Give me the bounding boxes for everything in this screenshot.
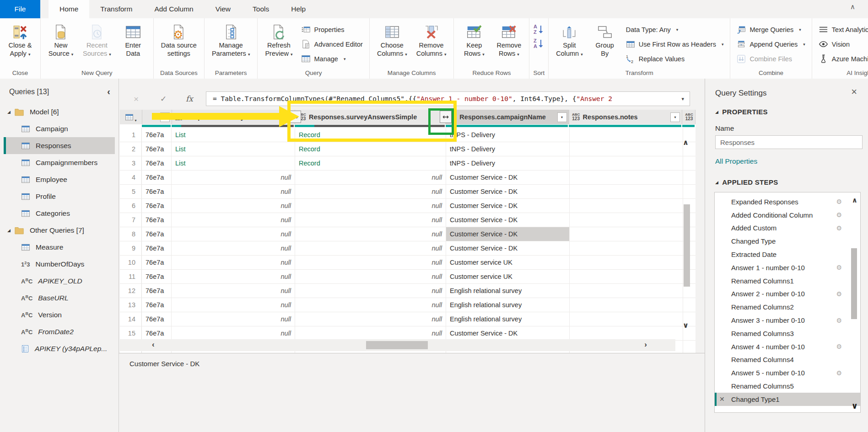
row-number[interactable]: 4	[120, 171, 142, 184]
cell-notes-row-14[interactable]	[570, 312, 683, 326]
steps-scroll-down-icon[interactable]: ∨	[851, 401, 858, 411]
applied-step-expanded-responses[interactable]: Expanded Responses⚙	[715, 195, 860, 208]
cell-notes-row-3[interactable]	[570, 156, 683, 170]
column-filter-icon[interactable]: ▾	[670, 112, 680, 122]
cell-answers-row-13[interactable]: null	[172, 298, 295, 312]
vertical-scroll-thumb[interactable]	[684, 204, 690, 287]
ribbon-button-recent-sources[interactable]: RecentSources▾	[79, 20, 115, 59]
query-item-profile[interactable]: Profile	[4, 188, 115, 205]
step-settings-gear-icon[interactable]: ⚙	[836, 343, 842, 350]
applied-step-renamed-columns2[interactable]: Renamed Columns2	[715, 300, 860, 314]
row-number[interactable]: 2	[120, 142, 142, 156]
delete-step-icon[interactable]: ✕	[719, 395, 725, 403]
cell-answers-row-6[interactable]: null	[172, 199, 295, 213]
ribbon-button-keep-rows[interactable]: KeepRows▾	[458, 20, 491, 59]
cell-campaign-row-11[interactable]: Customer service UK	[446, 270, 570, 283]
cell-simple-row-3[interactable]: Record	[295, 156, 446, 170]
tab-view[interactable]: View	[205, 0, 242, 18]
column-resize-icon[interactable]	[440, 111, 452, 123]
cell-guid-row-14[interactable]: 76e7a	[142, 312, 172, 326]
applied-step-added-conditional-column[interactable]: Added Conditional Column⚙	[715, 208, 860, 222]
cell-guid-row-7[interactable]: 76e7a	[142, 213, 172, 227]
ribbon-button-data-type-any[interactable]: Data Type: Any▾	[623, 23, 727, 36]
query-item-categories[interactable]: Categories	[4, 205, 115, 222]
collapse-queries-pane-icon[interactable]: ‹	[107, 88, 110, 96]
scroll-right-icon[interactable]: ›	[644, 340, 647, 349]
query-item-other-queries-7[interactable]: ◢Other Queries [7]	[4, 222, 115, 239]
applied-step-answer-4-number-0-10[interactable]: Answer 4 - number 0-10⚙	[715, 340, 860, 353]
cell-notes-row-10[interactable]	[570, 256, 683, 269]
ribbon-button-replace-values[interactable]: 12Replace Values	[623, 52, 727, 65]
query-item-numberofdays[interactable]: 123NumberOfDays	[4, 256, 115, 272]
scroll-left-icon[interactable]: ‹	[152, 340, 155, 349]
cell-campaign-row-10[interactable]: Customer service UK	[446, 256, 570, 269]
ribbon-button-choose-columns[interactable]: ChooseColumns▾	[373, 20, 411, 59]
column-header-clipped[interactable]: ▾	[142, 110, 172, 124]
data-type-any-icon[interactable]: ABC123	[571, 113, 581, 121]
applied-step-changed-type1[interactable]: ✕Changed Type1	[715, 393, 860, 406]
cell-guid-row-12[interactable]: 76e7a	[142, 284, 172, 298]
cell-guid-row-15[interactable]: 76e7a	[142, 326, 172, 340]
cell-campaign-row-8[interactable]: Customer Service - DK	[446, 227, 570, 241]
formula-bar-input[interactable]: = Table.TransformColumnTypes(#"Renamed C…	[206, 91, 690, 106]
step-settings-gear-icon[interactable]: ⚙	[836, 224, 842, 232]
cell-simple-row-9[interactable]: null	[295, 241, 446, 255]
applied-step-answer-1-number-0-10[interactable]: Answer 1 - number 0-10⚙	[715, 261, 860, 274]
cell-answers-row-4[interactable]: null	[172, 171, 295, 184]
row-number[interactable]: 11	[120, 270, 142, 283]
cell-guid-row-4[interactable]: 76e7a	[142, 171, 172, 184]
cell-guid-row-13[interactable]: 76e7a	[142, 298, 172, 312]
cell-guid-row-5[interactable]: 76e7a	[142, 185, 172, 198]
scroll-down-icon[interactable]: ∨	[683, 321, 689, 330]
cell-campaign-row-2[interactable]: tNPS - Delivery	[446, 142, 570, 156]
horizontal-scroll-thumb[interactable]	[366, 341, 428, 349]
cell-campaign-row-13[interactable]: English relational survey	[446, 298, 570, 312]
steps-scroll-up-icon[interactable]: ∧	[852, 196, 857, 204]
row-number[interactable]: 9	[120, 241, 142, 255]
query-item-measure[interactable]: Measure	[4, 239, 115, 256]
ribbon-button-manage[interactable]: Manage▾	[298, 52, 366, 65]
row-number[interactable]: 5	[120, 185, 142, 198]
column-header-responses-campaignname[interactable]: ABC123Responses.campaignName▾	[446, 110, 569, 124]
cell-simple-row-7[interactable]: null	[295, 213, 446, 227]
data-type-any-icon[interactable]: ABC123	[684, 113, 694, 121]
cell-answers-row-1[interactable]: List	[172, 128, 295, 142]
row-number[interactable]: 12	[120, 284, 142, 298]
cell-answers-row-12[interactable]: null	[172, 284, 295, 298]
row-number[interactable]: 15	[120, 326, 142, 340]
cell-campaign-row-7[interactable]: Customer Service - DK	[446, 213, 570, 227]
cell-simple-row-13[interactable]: null	[295, 298, 446, 312]
query-item-fromdate2[interactable]: ABCFromDate2	[4, 323, 115, 340]
cell-simple-row-4[interactable]: null	[295, 171, 446, 184]
query-item-version[interactable]: ABCVersion	[4, 306, 115, 323]
properties-section-header[interactable]: ◢PROPERTIES	[715, 108, 768, 116]
ribbon-button-advanced-editor[interactable]: Advanced Editor	[298, 37, 366, 51]
sort-az-icon[interactable]: AZ	[533, 24, 544, 34]
cell-notes-row-12[interactable]	[570, 284, 683, 298]
query-name-input[interactable]	[715, 135, 863, 149]
cell-answers-row-11[interactable]: null	[172, 270, 295, 283]
cell-campaign-row-15[interactable]: Customer Service - DK	[446, 326, 570, 340]
tree-expander-icon[interactable]: ◢	[7, 110, 11, 114]
cell-notes-row-13[interactable]	[570, 298, 683, 312]
row-number[interactable]: 6	[120, 199, 142, 213]
cell-answers-row-5[interactable]: null	[172, 185, 295, 198]
column-header-responses-notes[interactable]: ABC123Responses.notes▾	[569, 110, 682, 124]
cell-answers-row-7[interactable]: null	[172, 213, 295, 227]
ribbon-button-properties[interactable]: Properties	[298, 23, 366, 36]
cell-guid-row-10[interactable]: 76e7a	[142, 256, 172, 269]
cell-notes-row-15[interactable]	[570, 326, 683, 340]
applied-step-answer-5-number-0-10[interactable]: Answer 5 - number 0-10⚙	[715, 366, 860, 379]
step-settings-gear-icon[interactable]: ⚙	[836, 369, 842, 377]
sort-za-icon[interactable]: ZA	[533, 38, 544, 48]
cell-answers-row-15[interactable]: null	[172, 326, 295, 340]
ribbon-button-remove-columns[interactable]: RemoveColumns▾	[413, 20, 450, 59]
cell-guid-row-2[interactable]: 76e7a	[142, 142, 172, 156]
cell-notes-row-11[interactable]	[570, 270, 683, 283]
ribbon-button-azure-machine-learning[interactable]: Azure Machine Learning	[816, 52, 868, 65]
cell-guid-row-1[interactable]: 76e7a	[142, 128, 172, 142]
step-settings-gear-icon[interactable]: ⚙	[836, 264, 842, 271]
close-icon[interactable]: ×	[851, 86, 857, 98]
query-item-baseurl[interactable]: ABCBaseURL	[4, 289, 115, 306]
cell-simple-row-5[interactable]: null	[295, 185, 446, 198]
